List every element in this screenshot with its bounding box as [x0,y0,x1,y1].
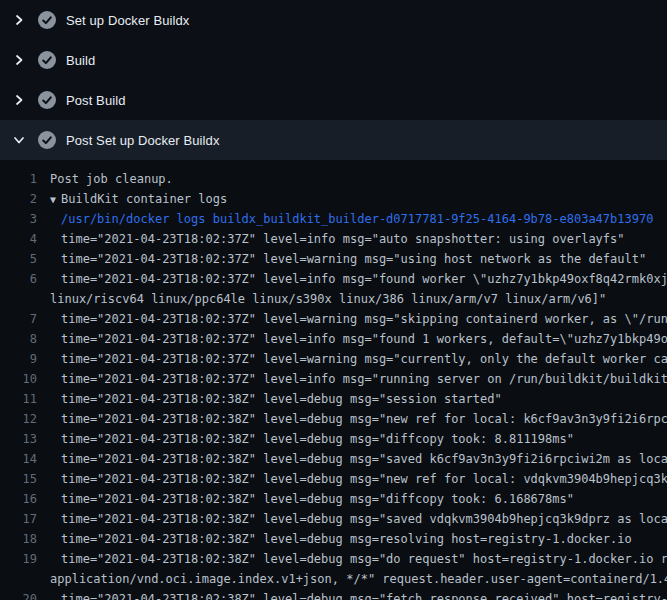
log-text: time="2021-04-23T18:02:37Z" level=info m… [61,369,667,389]
line-number[interactable]: 20 [0,589,37,600]
check-circle-icon [38,51,56,69]
collapse-triangle-icon[interactable]: ▼ [50,194,56,205]
log-line: 3/usr/bin/docker logs buildx_buildkit_bu… [0,209,667,229]
log-line: 1Post job cleanup. [0,169,667,189]
check-circle-icon [38,91,56,109]
log-text: time="2021-04-23T18:02:37Z" level=info m… [61,269,667,289]
line-number[interactable]: 13 [0,429,37,449]
log-line: 11time="2021-04-23T18:02:38Z" level=debu… [0,389,667,409]
line-number[interactable]: 17 [0,509,37,529]
log-text: time="2021-04-23T18:02:38Z" level=debug … [61,449,667,469]
log-text: time="2021-04-23T18:02:38Z" level=debug … [61,409,667,429]
log-line: 14time="2021-04-23T18:02:38Z" level=debu… [0,449,667,469]
log-text: time="2021-04-23T18:02:38Z" level=debug … [61,529,632,549]
log-line-continuation: linux/riscv64 linux/ppc64le linux/s390x … [0,289,667,309]
step-row-1[interactable]: Set up Docker Buildx [0,0,667,40]
log-command-text: /usr/bin/docker logs buildx_buildkit_bui… [61,209,653,229]
log-text: time="2021-04-23T18:02:38Z" level=debug … [61,469,667,489]
log-text: time="2021-04-23T18:02:38Z" level=debug … [61,589,667,600]
step-row-4[interactable]: Post Set up Docker Buildx [0,120,667,160]
line-number[interactable]: 18 [0,529,37,549]
log-text: time="2021-04-23T18:02:37Z" level=info m… [61,229,625,249]
line-number[interactable]: 7 [0,309,37,329]
line-number[interactable]: 2 [0,189,37,209]
log-text: time="2021-04-23T18:02:37Z" level=warnin… [61,309,667,329]
line-number [0,569,37,589]
check-circle-icon [38,11,56,29]
line-number[interactable]: 4 [0,229,37,249]
chevron-right-icon [11,52,27,68]
chevron-right-icon [11,92,27,108]
line-number[interactable]: 11 [0,389,37,409]
step-row-3[interactable]: Post Build [0,80,667,120]
log-text: time="2021-04-23T18:02:38Z" level=debug … [61,489,574,509]
log-line-continuation: application/vnd.oci.image.index.v1+json,… [0,569,667,589]
log-line: 18time="2021-04-23T18:02:38Z" level=debu… [0,529,667,549]
log-text: Post job cleanup. [50,169,173,189]
log-line: 4time="2021-04-23T18:02:37Z" level=info … [0,229,667,249]
log-text: time="2021-04-23T18:02:37Z" level=warnin… [61,349,667,369]
log-line: 15time="2021-04-23T18:02:38Z" level=debu… [0,469,667,489]
log-line: 2▼BuildKit container logs [0,189,667,209]
log-text: time="2021-04-23T18:02:38Z" level=debug … [61,429,574,449]
log-area: 1Post job cleanup.2▼BuildKit container l… [0,160,667,600]
step-title: Post Set up Docker Buildx [66,133,220,148]
line-number[interactable]: 6 [0,269,37,289]
chevron-down-icon [11,132,27,148]
log-text: time="2021-04-23T18:02:38Z" level=debug … [61,389,502,409]
log-line: 7time="2021-04-23T18:02:37Z" level=warni… [0,309,667,329]
line-number[interactable]: 16 [0,489,37,509]
line-number[interactable]: 19 [0,549,37,569]
chevron-right-icon [11,12,27,28]
log-text: application/vnd.oci.image.index.v1+json,… [50,569,667,589]
steps-list: Set up Docker BuildxBuildPost BuildPost … [0,0,667,160]
log-line: 16time="2021-04-23T18:02:38Z" level=debu… [0,489,667,509]
line-number[interactable]: 5 [0,249,37,269]
step-title: Set up Docker Buildx [66,13,189,28]
line-number[interactable]: 12 [0,409,37,429]
actions-log-viewer: Set up Docker BuildxBuildPost BuildPost … [0,0,667,600]
step-row-2[interactable]: Build [0,40,667,80]
log-line: 9time="2021-04-23T18:02:37Z" level=warni… [0,349,667,369]
line-number[interactable]: 15 [0,469,37,489]
log-line: 20time="2021-04-23T18:02:38Z" level=debu… [0,589,667,600]
line-number[interactable]: 10 [0,369,37,389]
log-line: 6time="2021-04-23T18:02:37Z" level=info … [0,269,667,289]
log-line: 12time="2021-04-23T18:02:38Z" level=debu… [0,409,667,429]
log-group-label: BuildKit container logs [61,192,227,206]
log-text: time="2021-04-23T18:02:38Z" level=debug … [61,549,667,569]
log-text: linux/riscv64 linux/ppc64le linux/s390x … [50,289,606,309]
log-text: time="2021-04-23T18:02:38Z" level=debug … [61,509,667,529]
check-circle-icon [38,131,56,149]
step-title: Post Build [66,93,126,108]
line-number[interactable]: 9 [0,349,37,369]
log-line: 8time="2021-04-23T18:02:37Z" level=info … [0,329,667,349]
log-line: 5time="2021-04-23T18:02:37Z" level=warni… [0,249,667,269]
log-line: 10time="2021-04-23T18:02:37Z" level=info… [0,369,667,389]
line-number [0,289,37,309]
line-number[interactable]: 14 [0,449,37,469]
step-title: Build [66,53,95,68]
line-number[interactable]: 1 [0,169,37,189]
log-line: 13time="2021-04-23T18:02:38Z" level=debu… [0,429,667,449]
log-group-line: ▼BuildKit container logs [50,189,227,209]
log-text: time="2021-04-23T18:02:37Z" level=warnin… [61,249,646,269]
log-line: 17time="2021-04-23T18:02:38Z" level=debu… [0,509,667,529]
line-number[interactable]: 3 [0,209,37,229]
log-text: time="2021-04-23T18:02:37Z" level=info m… [61,329,667,349]
log-line: 19time="2021-04-23T18:02:38Z" level=debu… [0,549,667,569]
line-number[interactable]: 8 [0,329,37,349]
